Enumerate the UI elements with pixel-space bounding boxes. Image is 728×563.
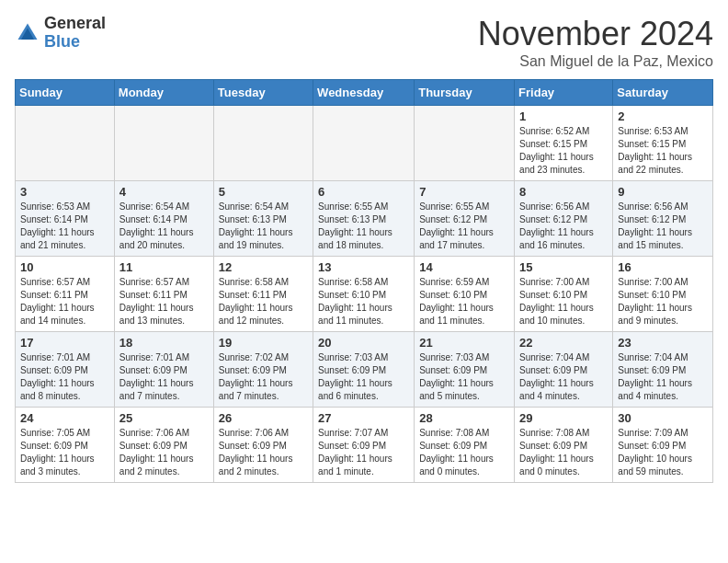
- day-number: 24: [20, 411, 109, 425]
- logo-blue-text: Blue: [44, 33, 106, 52]
- calendar-day-cell: [313, 106, 415, 181]
- calendar-day-cell: 6Sunrise: 6:55 AM Sunset: 6:13 PM Daylig…: [313, 181, 415, 257]
- calendar-day-cell: 15Sunrise: 7:00 AM Sunset: 6:10 PM Dayli…: [515, 257, 613, 332]
- weekday-header-saturday: Saturday: [613, 80, 713, 106]
- day-number: 9: [618, 185, 708, 199]
- day-number: 20: [318, 336, 409, 350]
- day-info: Sunrise: 6:56 AM Sunset: 6:12 PM Dayligh…: [618, 201, 708, 252]
- calendar-day-cell: 9Sunrise: 6:56 AM Sunset: 6:12 PM Daylig…: [613, 181, 713, 257]
- day-info: Sunrise: 7:06 AM Sunset: 6:09 PM Dayligh…: [119, 427, 209, 478]
- day-info: Sunrise: 7:09 AM Sunset: 6:09 PM Dayligh…: [618, 427, 708, 478]
- day-number: 8: [519, 185, 608, 199]
- weekday-header-monday: Monday: [114, 80, 213, 106]
- calendar-day-cell: 29Sunrise: 7:08 AM Sunset: 6:09 PM Dayli…: [515, 408, 613, 483]
- day-number: 14: [419, 260, 509, 274]
- calendar-day-cell: 1Sunrise: 6:52 AM Sunset: 6:15 PM Daylig…: [515, 106, 613, 181]
- day-info: Sunrise: 7:04 AM Sunset: 6:09 PM Dayligh…: [618, 351, 708, 403]
- day-info: Sunrise: 6:53 AM Sunset: 6:14 PM Dayligh…: [20, 201, 109, 252]
- calendar-day-cell: 21Sunrise: 7:03 AM Sunset: 6:09 PM Dayli…: [415, 332, 515, 408]
- day-number: 11: [119, 260, 209, 274]
- day-info: Sunrise: 6:58 AM Sunset: 6:11 PM Dayligh…: [219, 276, 308, 327]
- day-number: 6: [318, 185, 409, 199]
- day-info: Sunrise: 6:59 AM Sunset: 6:10 PM Dayligh…: [419, 276, 509, 327]
- weekday-header-wednesday: Wednesday: [313, 80, 415, 106]
- calendar-day-cell: 19Sunrise: 7:02 AM Sunset: 6:09 PM Dayli…: [213, 332, 313, 408]
- day-info: Sunrise: 7:00 AM Sunset: 6:10 PM Dayligh…: [519, 276, 608, 327]
- day-info: Sunrise: 6:55 AM Sunset: 6:13 PM Dayligh…: [318, 201, 409, 252]
- day-number: 18: [119, 336, 209, 350]
- calendar-day-cell: 10Sunrise: 6:57 AM Sunset: 6:11 PM Dayli…: [16, 257, 115, 332]
- day-number: 10: [20, 260, 109, 274]
- calendar-day-cell: [415, 106, 515, 181]
- day-info: Sunrise: 7:07 AM Sunset: 6:09 PM Dayligh…: [318, 427, 409, 478]
- day-number: 22: [519, 336, 608, 350]
- calendar-day-cell: [213, 106, 313, 181]
- calendar-day-cell: 8Sunrise: 6:56 AM Sunset: 6:12 PM Daylig…: [515, 181, 613, 257]
- logo-icon: [15, 20, 40, 46]
- calendar-week-row: 3Sunrise: 6:53 AM Sunset: 6:14 PM Daylig…: [16, 181, 713, 257]
- day-number: 13: [318, 260, 409, 274]
- calendar-day-cell: 28Sunrise: 7:08 AM Sunset: 6:09 PM Dayli…: [415, 408, 515, 483]
- day-number: 26: [219, 411, 308, 425]
- day-number: 19: [219, 336, 308, 350]
- day-number: 17: [20, 336, 109, 350]
- logo-text: General Blue: [44, 15, 106, 52]
- calendar-day-cell: 18Sunrise: 7:01 AM Sunset: 6:09 PM Dayli…: [114, 332, 213, 408]
- day-info: Sunrise: 6:57 AM Sunset: 6:11 PM Dayligh…: [20, 276, 109, 327]
- day-info: Sunrise: 7:06 AM Sunset: 6:09 PM Dayligh…: [219, 427, 308, 478]
- calendar-day-cell: 4Sunrise: 6:54 AM Sunset: 6:14 PM Daylig…: [114, 181, 213, 257]
- day-info: Sunrise: 7:04 AM Sunset: 6:09 PM Dayligh…: [519, 351, 608, 403]
- calendar-day-cell: 13Sunrise: 6:58 AM Sunset: 6:10 PM Dayli…: [313, 257, 415, 332]
- day-info: Sunrise: 7:08 AM Sunset: 6:09 PM Dayligh…: [419, 427, 509, 478]
- day-number: 27: [318, 411, 409, 425]
- day-number: 30: [618, 411, 708, 425]
- calendar-day-cell: 14Sunrise: 6:59 AM Sunset: 6:10 PM Dayli…: [415, 257, 515, 332]
- day-number: 21: [419, 336, 509, 350]
- calendar-day-cell: 7Sunrise: 6:55 AM Sunset: 6:12 PM Daylig…: [415, 181, 515, 257]
- logo: General Blue: [15, 15, 106, 52]
- day-number: 15: [519, 260, 608, 274]
- day-number: 5: [219, 185, 308, 199]
- weekday-header-row: SundayMondayTuesdayWednesdayThursdayFrid…: [16, 80, 713, 106]
- calendar-week-row: 10Sunrise: 6:57 AM Sunset: 6:11 PM Dayli…: [16, 257, 713, 332]
- day-number: 12: [219, 260, 308, 274]
- calendar-day-cell: 30Sunrise: 7:09 AM Sunset: 6:09 PM Dayli…: [613, 408, 713, 483]
- calendar-week-row: 24Sunrise: 7:05 AM Sunset: 6:09 PM Dayli…: [16, 408, 713, 483]
- day-info: Sunrise: 7:03 AM Sunset: 6:09 PM Dayligh…: [318, 351, 409, 403]
- day-info: Sunrise: 7:00 AM Sunset: 6:10 PM Dayligh…: [618, 276, 708, 327]
- day-info: Sunrise: 6:52 AM Sunset: 6:15 PM Dayligh…: [519, 125, 608, 177]
- calendar-day-cell: 17Sunrise: 7:01 AM Sunset: 6:09 PM Dayli…: [16, 332, 115, 408]
- calendar-day-cell: 23Sunrise: 7:04 AM Sunset: 6:09 PM Dayli…: [613, 332, 713, 408]
- day-info: Sunrise: 7:08 AM Sunset: 6:09 PM Dayligh…: [519, 427, 608, 478]
- calendar-day-cell: 20Sunrise: 7:03 AM Sunset: 6:09 PM Dayli…: [313, 332, 415, 408]
- day-number: 7: [419, 185, 509, 199]
- day-number: 23: [618, 336, 708, 350]
- calendar-day-cell: 24Sunrise: 7:05 AM Sunset: 6:09 PM Dayli…: [16, 408, 115, 483]
- day-number: 2: [618, 109, 708, 123]
- day-info: Sunrise: 6:57 AM Sunset: 6:11 PM Dayligh…: [119, 276, 209, 327]
- calendar-day-cell: 22Sunrise: 7:04 AM Sunset: 6:09 PM Dayli…: [515, 332, 613, 408]
- calendar-day-cell: 2Sunrise: 6:53 AM Sunset: 6:15 PM Daylig…: [613, 106, 713, 181]
- weekday-header-friday: Friday: [515, 80, 613, 106]
- day-info: Sunrise: 6:55 AM Sunset: 6:12 PM Dayligh…: [419, 201, 509, 252]
- day-number: 29: [519, 411, 608, 425]
- day-info: Sunrise: 6:54 AM Sunset: 6:14 PM Dayligh…: [119, 201, 209, 252]
- weekday-header-thursday: Thursday: [415, 80, 515, 106]
- day-number: 28: [419, 411, 509, 425]
- calendar-day-cell: 3Sunrise: 6:53 AM Sunset: 6:14 PM Daylig…: [16, 181, 115, 257]
- logo-general-text: General: [44, 15, 106, 33]
- day-info: Sunrise: 6:53 AM Sunset: 6:15 PM Dayligh…: [618, 125, 708, 177]
- day-number: 3: [20, 185, 109, 199]
- weekday-header-sunday: Sunday: [16, 80, 115, 106]
- location-title: San Miguel de la Paz, Mexico: [478, 53, 713, 70]
- day-number: 25: [119, 411, 209, 425]
- day-info: Sunrise: 7:03 AM Sunset: 6:09 PM Dayligh…: [419, 351, 509, 403]
- calendar-week-row: 1Sunrise: 6:52 AM Sunset: 6:15 PM Daylig…: [16, 106, 713, 181]
- calendar-day-cell: 11Sunrise: 6:57 AM Sunset: 6:11 PM Dayli…: [114, 257, 213, 332]
- weekday-header-tuesday: Tuesday: [213, 80, 313, 106]
- day-info: Sunrise: 7:01 AM Sunset: 6:09 PM Dayligh…: [119, 351, 209, 403]
- day-info: Sunrise: 6:56 AM Sunset: 6:12 PM Dayligh…: [519, 201, 608, 252]
- day-info: Sunrise: 6:58 AM Sunset: 6:10 PM Dayligh…: [318, 276, 409, 327]
- title-area: November 2024 San Miguel de la Paz, Mexi…: [478, 15, 713, 70]
- day-number: 4: [119, 185, 209, 199]
